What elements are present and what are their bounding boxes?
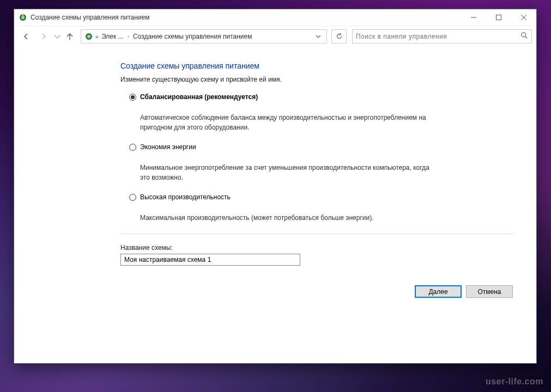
page-subtitle: Измените существующую схему и присвойте … (120, 76, 514, 83)
plan-name-label: Название схемы: (120, 244, 514, 252)
divider (120, 234, 513, 234)
power-options-icon (19, 13, 27, 22)
page-title: Создание схемы управления питанием (120, 62, 514, 70)
radio-saver-desc: Минимальное энергопотребление за счет ум… (140, 163, 434, 182)
watermark: user-life.com (486, 377, 543, 387)
address-dropdown[interactable] (312, 34, 324, 39)
window-title: Создание схемы управления питанием (31, 14, 149, 21)
close-button[interactable] (511, 9, 536, 26)
radio-high-label: Высокая производительность (140, 193, 231, 201)
next-button[interactable]: Далее (415, 285, 462, 298)
radio-icon (129, 194, 136, 201)
radio-high-performance[interactable]: Высокая производительность (129, 193, 514, 201)
explorer-window: Создание схемы управления питанием (14, 9, 537, 364)
radio-saver[interactable]: Экономия энергии (129, 143, 514, 151)
radio-high-desc: Максимальная производительность (может п… (140, 213, 434, 223)
navigation-bar: « Элек ... › Создание схемы управления п… (14, 26, 536, 46)
maximize-button[interactable] (486, 9, 511, 26)
svg-point-1 (21, 16, 25, 19)
radio-saver-label: Экономия энергии (140, 143, 196, 151)
refresh-button[interactable] (331, 29, 347, 44)
plan-radio-group: Сбалансированная (рекомендуется) Автомат… (129, 93, 514, 223)
cancel-button[interactable]: Отмена (466, 285, 513, 298)
plan-name-input[interactable] (120, 254, 300, 266)
svg-line-10 (525, 36, 528, 39)
svg-rect-4 (496, 15, 501, 20)
up-button[interactable] (63, 29, 76, 44)
search-input[interactable] (356, 33, 518, 40)
radio-balanced[interactable]: Сбалансированная (рекомендуется) (129, 93, 514, 101)
power-options-icon (84, 32, 93, 41)
back-button[interactable] (19, 29, 34, 44)
radio-balanced-label: Сбалансированная (рекомендуется) (140, 93, 258, 101)
content-area: Создание схемы управления питанием Измен… (14, 46, 536, 363)
breadcrumb-segment-2[interactable]: Создание схемы управления питанием (131, 33, 253, 40)
breadcrumb-segment-1[interactable]: Элек ... (100, 33, 125, 40)
address-bar[interactable]: « Элек ... › Создание схемы управления п… (81, 29, 327, 44)
radio-balanced-desc: Автоматическое соблюдение баланса между … (140, 113, 434, 132)
radio-icon (129, 144, 136, 151)
forward-button[interactable] (36, 29, 51, 44)
breadcrumb-overflow-icon[interactable]: « (95, 33, 99, 40)
titlebar: Создание схемы управления питанием (14, 9, 536, 26)
search-icon[interactable] (520, 32, 528, 41)
history-dropdown[interactable] (53, 29, 61, 44)
minimize-button[interactable] (461, 9, 486, 26)
chevron-right-icon: › (125, 33, 131, 39)
svg-rect-2 (22, 14, 23, 16)
svg-point-8 (87, 35, 90, 38)
search-box[interactable] (352, 29, 532, 44)
radio-icon (129, 94, 136, 101)
svg-point-9 (522, 33, 526, 37)
